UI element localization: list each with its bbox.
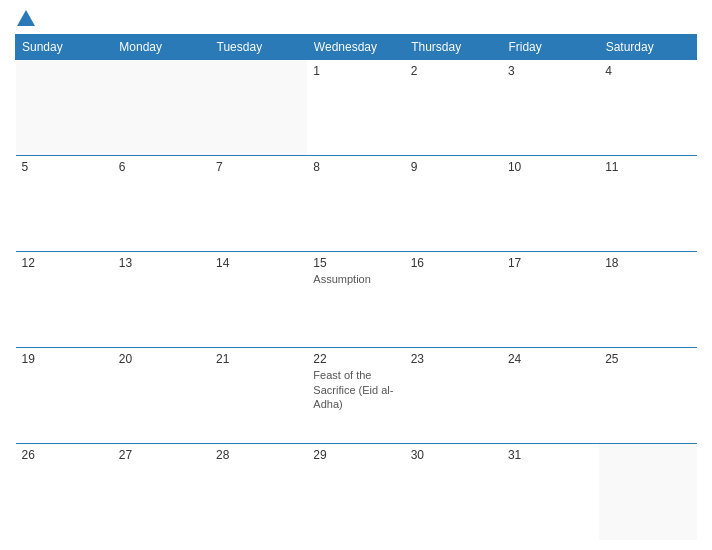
day-number: 2 <box>411 64 496 78</box>
week-row-2: 567891011 <box>16 156 697 252</box>
calendar-cell: 24 <box>502 348 599 444</box>
day-number: 28 <box>216 448 301 462</box>
weekday-header-wednesday: Wednesday <box>307 35 404 60</box>
day-number: 9 <box>411 160 496 174</box>
day-number: 11 <box>605 160 690 174</box>
calendar-cell: 18 <box>599 252 696 348</box>
day-number: 1 <box>313 64 398 78</box>
calendar-cell: 25 <box>599 348 696 444</box>
day-number: 19 <box>22 352 107 366</box>
day-number: 25 <box>605 352 690 366</box>
calendar-cell <box>210 60 307 156</box>
calendar-cell <box>599 444 696 540</box>
day-number: 7 <box>216 160 301 174</box>
week-row-4: 19202122Feast of the Sacrifice (Eid al-A… <box>16 348 697 444</box>
day-number: 10 <box>508 160 593 174</box>
calendar-cell: 3 <box>502 60 599 156</box>
calendar-cell: 23 <box>405 348 502 444</box>
calendar-cell: 16 <box>405 252 502 348</box>
calendar-cell: 2 <box>405 60 502 156</box>
weekday-header-sunday: Sunday <box>16 35 113 60</box>
day-number: 24 <box>508 352 593 366</box>
logo-triangle-icon <box>17 10 35 26</box>
weekday-header-friday: Friday <box>502 35 599 60</box>
weekday-header-thursday: Thursday <box>405 35 502 60</box>
calendar-cell: 31 <box>502 444 599 540</box>
calendar-cell <box>16 60 113 156</box>
calendar-cell: 20 <box>113 348 210 444</box>
calendar-cell: 29 <box>307 444 404 540</box>
calendar-cell: 13 <box>113 252 210 348</box>
day-number: 17 <box>508 256 593 270</box>
day-number: 13 <box>119 256 204 270</box>
day-number: 27 <box>119 448 204 462</box>
calendar-cell: 28 <box>210 444 307 540</box>
day-number: 23 <box>411 352 496 366</box>
calendar-cell: 7 <box>210 156 307 252</box>
day-number: 15 <box>313 256 398 270</box>
calendar-cell <box>113 60 210 156</box>
calendar-cell: 26 <box>16 444 113 540</box>
calendar-cell: 10 <box>502 156 599 252</box>
calendar-cell: 12 <box>16 252 113 348</box>
calendar-cell: 19 <box>16 348 113 444</box>
calendar-cell: 27 <box>113 444 210 540</box>
weekday-header-saturday: Saturday <box>599 35 696 60</box>
day-number: 14 <box>216 256 301 270</box>
day-number: 21 <box>216 352 301 366</box>
calendar-cell: 1 <box>307 60 404 156</box>
weekday-header-monday: Monday <box>113 35 210 60</box>
holiday-label: Feast of the Sacrifice (Eid al-Adha) <box>313 368 398 411</box>
day-number: 8 <box>313 160 398 174</box>
day-number: 30 <box>411 448 496 462</box>
day-number: 20 <box>119 352 204 366</box>
logo <box>15 10 36 26</box>
day-number: 3 <box>508 64 593 78</box>
week-row-3: 12131415Assumption161718 <box>16 252 697 348</box>
calendar-cell: 11 <box>599 156 696 252</box>
day-number: 22 <box>313 352 398 366</box>
calendar-cell: 21 <box>210 348 307 444</box>
weekday-header-tuesday: Tuesday <box>210 35 307 60</box>
calendar-cell: 30 <box>405 444 502 540</box>
weekday-header-row: SundayMondayTuesdayWednesdayThursdayFrid… <box>16 35 697 60</box>
day-number: 4 <box>605 64 690 78</box>
day-number: 31 <box>508 448 593 462</box>
day-number: 12 <box>22 256 107 270</box>
week-row-5: 262728293031 <box>16 444 697 540</box>
calendar-cell: 8 <box>307 156 404 252</box>
day-number: 18 <box>605 256 690 270</box>
day-number: 6 <box>119 160 204 174</box>
calendar-cell: 17 <box>502 252 599 348</box>
day-number: 26 <box>22 448 107 462</box>
calendar-cell: 14 <box>210 252 307 348</box>
calendar-cell: 9 <box>405 156 502 252</box>
calendar-table: SundayMondayTuesdayWednesdayThursdayFrid… <box>15 34 697 540</box>
day-number: 16 <box>411 256 496 270</box>
calendar-cell: 4 <box>599 60 696 156</box>
calendar-cell: 22Feast of the Sacrifice (Eid al-Adha) <box>307 348 404 444</box>
day-number: 5 <box>22 160 107 174</box>
holiday-label: Assumption <box>313 272 398 286</box>
day-number: 29 <box>313 448 398 462</box>
calendar-page: SundayMondayTuesdayWednesdayThursdayFrid… <box>0 0 712 550</box>
calendar-cell: 5 <box>16 156 113 252</box>
calendar-cell: 6 <box>113 156 210 252</box>
calendar-cell: 15Assumption <box>307 252 404 348</box>
calendar-header <box>15 10 697 26</box>
week-row-1: 1234 <box>16 60 697 156</box>
